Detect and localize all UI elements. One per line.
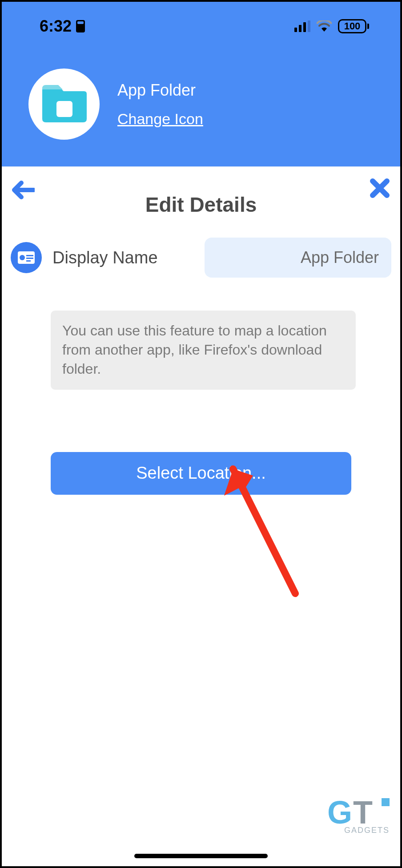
svg-rect-4 (26, 258, 33, 259)
status-time: 6:32 (40, 17, 72, 36)
page-title: Edit Details (145, 193, 257, 217)
change-icon-link[interactable]: Change Icon (117, 110, 203, 128)
display-name-input[interactable] (205, 238, 391, 278)
folder-icon (40, 84, 88, 124)
hint-text: You can use this feature to map a locati… (51, 311, 356, 390)
watermark-dot-icon (382, 798, 390, 806)
cellular-icon (294, 20, 310, 32)
folder-icon-circle[interactable] (28, 69, 100, 140)
select-location-button[interactable]: Select Location... (51, 452, 351, 495)
svg-point-2 (20, 255, 25, 260)
battery-icon: 100 (338, 19, 369, 33)
status-bar: 6:32 100 (2, 2, 400, 51)
close-button[interactable] (370, 178, 390, 200)
home-indicator[interactable] (134, 854, 268, 858)
title-row: Edit Details (2, 166, 400, 233)
watermark-g: G (327, 800, 353, 826)
status-right: 100 (294, 19, 369, 33)
watermark: G T GADGETS (327, 798, 390, 835)
watermark-t: T (353, 800, 374, 826)
folder-title: App Folder (117, 81, 203, 100)
folder-header: App Folder Change Icon (2, 51, 400, 166)
display-name-label: Display Name (52, 248, 158, 267)
status-left: 6:32 (40, 17, 85, 36)
svg-rect-3 (26, 255, 33, 256)
svg-rect-5 (26, 260, 31, 262)
battery-level: 100 (338, 19, 366, 33)
svg-rect-0 (56, 101, 72, 117)
id-badge-icon (76, 20, 85, 32)
id-card-icon (11, 242, 42, 273)
arrow-left-icon (11, 180, 35, 200)
close-icon (370, 178, 390, 198)
display-name-row: Display Name (2, 233, 400, 282)
wifi-icon (317, 20, 332, 32)
back-button[interactable] (11, 180, 35, 202)
